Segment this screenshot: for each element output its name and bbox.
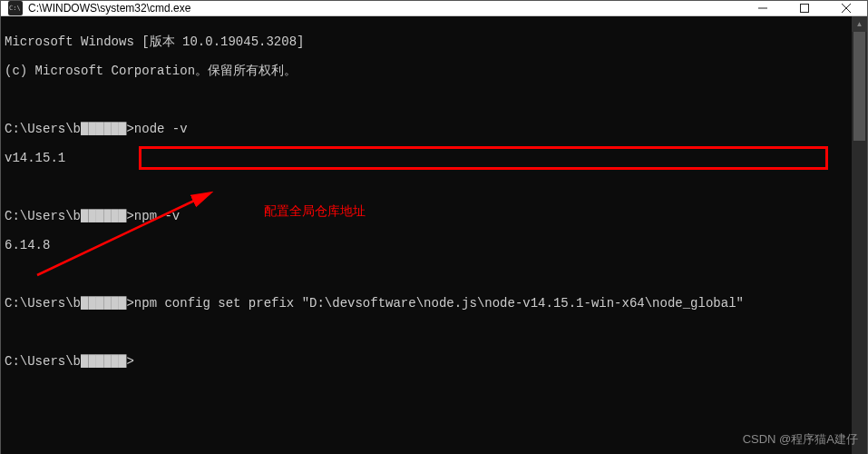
scroll-thumb[interactable] bbox=[853, 32, 865, 141]
output-line bbox=[5, 325, 852, 340]
svg-line-5 bbox=[37, 193, 210, 275]
minimize-button[interactable] bbox=[742, 1, 784, 15]
output-line: v14.15.1 bbox=[5, 151, 852, 165]
output-line: (c) Microsoft Corporation。保留所有权利。 bbox=[5, 64, 852, 78]
output-line: C:\Users\b██████>npm -v bbox=[5, 209, 852, 223]
output-line: 6.14.8 bbox=[5, 238, 852, 252]
scroll-up-button[interactable]: ▲ bbox=[852, 16, 867, 32]
output-line: C:\Users\b██████>npm config set prefix "… bbox=[5, 296, 852, 311]
cmd-icon bbox=[8, 1, 23, 15]
output-line: C:\Users\b██████>node -v bbox=[5, 122, 852, 136]
close-button[interactable] bbox=[825, 1, 867, 15]
titlebar[interactable]: C:\WINDOWS\system32\cmd.exe bbox=[1, 1, 867, 16]
output-line bbox=[5, 267, 852, 281]
terminal-area: Microsoft Windows [版本 10.0.19045.3208] (… bbox=[1, 16, 867, 454]
watermark: CSDN @程序猫A建仔 bbox=[743, 431, 858, 448]
cmd-window: C:\WINDOWS\system32\cmd.exe Microsoft Wi… bbox=[0, 0, 868, 454]
prompt-line: C:\Users\b██████> bbox=[5, 354, 852, 369]
window-title: C:\WINDOWS\system32\cmd.exe bbox=[28, 2, 742, 15]
window-buttons bbox=[742, 1, 867, 15]
output-line: Microsoft Windows [版本 10.0.19045.3208] bbox=[5, 35, 852, 49]
maximize-button[interactable] bbox=[784, 1, 825, 15]
vertical-scrollbar[interactable]: ▲ ▼ bbox=[852, 16, 867, 454]
annotation-label: 配置全局仓库地址 bbox=[264, 203, 366, 218]
terminal-output[interactable]: Microsoft Windows [版本 10.0.19045.3208] (… bbox=[1, 16, 852, 454]
output-line bbox=[5, 180, 852, 194]
svg-rect-1 bbox=[801, 5, 809, 13]
output-line bbox=[5, 93, 852, 107]
